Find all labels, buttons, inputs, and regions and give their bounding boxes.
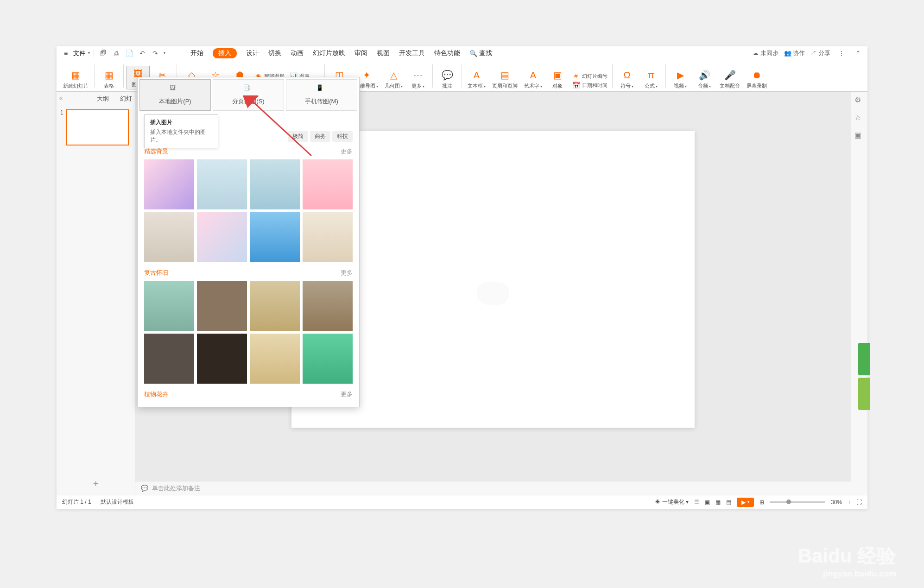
sync-status[interactable]: ☁ 未同步 [753, 49, 778, 57]
side-tab-green[interactable] [858, 343, 870, 375]
comment-button[interactable]: 💬 批注 [436, 69, 459, 89]
tab-special[interactable]: 特色功能 [434, 49, 460, 57]
more-icon[interactable]: ⋮ [836, 48, 847, 59]
slide-thumb-1[interactable]: 1 [60, 109, 131, 145]
tab-view[interactable]: 视图 [377, 49, 390, 57]
tab-review[interactable]: 审阅 [354, 49, 367, 57]
file-menu[interactable]: 文件 [73, 49, 85, 57]
save-icon[interactable]: 🗐 [98, 48, 109, 59]
insert-image-tooltip: 插入图片 插入本地文件夹中的图片。 [144, 114, 218, 148]
undo-icon[interactable]: ↶ [137, 48, 148, 59]
background-thumb[interactable] [144, 212, 194, 262]
tab-dev[interactable]: 开发工具 [399, 49, 425, 57]
hamburger-icon[interactable]: ≡ [60, 48, 71, 59]
baidu-watermark: Baidu 经验 jingyan.baidu.com [798, 543, 896, 579]
tab-transition[interactable]: 切换 [268, 49, 281, 57]
fullscreen-icon[interactable]: ⛶ [856, 499, 862, 506]
tab-slideshow[interactable]: 幻灯片放映 [313, 49, 345, 57]
search-label: 查找 [479, 49, 492, 57]
more-icon: ⋯ [411, 69, 424, 82]
image-dropdown-panel: 🖼 本地图片(P) 📑 分页插图(S) 📱 手机传图(M) 插入图片 插入本地文… [137, 77, 360, 407]
side-tab-green2[interactable] [858, 378, 870, 410]
filter-chip-minimal[interactable]: 极简 [288, 131, 308, 142]
video-button[interactable]: ▶ 视频▾ [669, 69, 692, 89]
background-thumb[interactable] [250, 334, 300, 384]
wordart-button[interactable]: A 艺术字▾ [521, 69, 545, 89]
more-button[interactable]: ⋯ 更多▾ [406, 69, 430, 89]
audio-button[interactable]: 🔊 音频▾ [693, 69, 716, 89]
zoom-slider[interactable] [770, 501, 825, 503]
phone-image-tab[interactable]: 📱 手机传图(M) [286, 79, 357, 111]
background-thumb[interactable] [144, 281, 194, 331]
background-thumb[interactable] [303, 281, 353, 331]
print-icon[interactable]: ⎙ [111, 48, 122, 59]
share-button[interactable]: ↗ 分享 [810, 49, 830, 57]
notes-bar[interactable]: 💬 单击此处添加备注 [135, 481, 851, 495]
outline-tab[interactable]: 大纲 [97, 95, 109, 103]
background-thumb[interactable] [144, 334, 194, 384]
background-thumb[interactable] [250, 159, 300, 209]
section-plants-more[interactable]: 更多 [341, 390, 353, 398]
view-normal-icon[interactable]: ▣ [705, 499, 710, 506]
filter-chip-business[interactable]: 商务 [310, 131, 330, 142]
canvas-placeholder [477, 282, 509, 305]
panel-collapse-icon[interactable]: « [59, 95, 63, 103]
collab-button[interactable]: 👥 协作 [784, 49, 805, 57]
star-icon[interactable]: ☆ [854, 113, 865, 123]
tab-insert[interactable]: 插入 [213, 48, 237, 58]
object-button[interactable]: ▣ 对象 [546, 69, 569, 89]
chevron-down-icon[interactable]: ▾ [164, 51, 165, 55]
background-thumb[interactable] [144, 159, 194, 209]
zoom-fit-icon[interactable]: ⊞ [759, 499, 764, 506]
tts-button[interactable]: 🎤 文档配音 [717, 69, 743, 89]
background-thumb[interactable] [197, 159, 247, 209]
background-thumb[interactable] [197, 212, 247, 262]
background-thumb[interactable] [250, 212, 300, 262]
view-grid-icon[interactable]: ▦ [715, 499, 721, 506]
settings-icon[interactable]: ⚙ [854, 95, 865, 106]
headerfooter-button[interactable]: ▤ 页眉和页脚 [489, 69, 520, 89]
datetime-button[interactable]: 📅日期和时间 [572, 81, 608, 89]
filter-chip-tech[interactable]: 科技 [332, 131, 353, 142]
tab-design[interactable]: 设计 [246, 49, 259, 57]
view-reading-icon[interactable]: ▤ [726, 499, 731, 506]
search-button[interactable]: 🔍 查找 [469, 49, 492, 57]
layers-icon[interactable]: ▣ [854, 131, 865, 141]
tab-animation[interactable]: 动画 [291, 49, 304, 57]
background-thumb[interactable] [250, 281, 300, 331]
formula-button[interactable]: π 公式▾ [639, 69, 663, 89]
play-button[interactable]: ▶ ▾ [737, 498, 754, 507]
redo-icon[interactable]: ↷ [150, 48, 161, 59]
slidenum-icon: # [572, 72, 580, 80]
textbox-button[interactable]: A 文本框▾ [465, 69, 488, 89]
symbol-button[interactable]: Ω 符号▾ [615, 69, 639, 89]
background-thumb[interactable] [303, 212, 353, 262]
datetime-icon: 📅 [572, 81, 580, 89]
geometry-button[interactable]: △ 几何图▾ [382, 69, 405, 89]
screenrec-button[interactable]: ⏺ 屏幕录制 [744, 69, 770, 89]
preview-icon[interactable]: 📄 [124, 48, 135, 59]
slidenum-button[interactable]: #幻灯片编号 [572, 72, 608, 80]
paged-image-tab[interactable]: 📑 分页插图(S) [213, 79, 284, 111]
collapse-icon[interactable]: ⌃ [853, 48, 864, 59]
local-image-tab[interactable]: 🖼 本地图片(P) [139, 79, 211, 111]
background-thumb[interactable] [303, 159, 353, 209]
template-name: 默认设计模板 [101, 498, 134, 506]
beautify-button[interactable]: ◈ 一键美化 ▾ [655, 498, 689, 506]
background-thumb[interactable] [197, 281, 247, 331]
tab-start[interactable]: 开始 [190, 49, 203, 57]
slides-tab[interactable]: 幻灯 [120, 95, 132, 103]
view-list-icon[interactable]: ☰ [694, 499, 699, 506]
background-thumb[interactable] [303, 334, 353, 384]
section-featured-more[interactable]: 更多 [341, 147, 353, 156]
table-button[interactable]: ▦ 表格 [97, 69, 120, 89]
add-slide-button[interactable]: + [57, 473, 135, 495]
slide-counter: 幻灯片 1 / 1 [62, 498, 91, 506]
symbol-icon: Ω [620, 69, 633, 82]
zoom-in-icon[interactable]: + [848, 499, 851, 506]
section-vintage-more[interactable]: 更多 [341, 269, 353, 277]
zoom-level[interactable]: 30% [831, 499, 842, 506]
chevron-down-icon[interactable]: ▾ [88, 51, 90, 55]
background-thumb[interactable] [197, 334, 247, 384]
new-slide-button[interactable]: ▦ 新建幻灯片 [60, 69, 91, 89]
